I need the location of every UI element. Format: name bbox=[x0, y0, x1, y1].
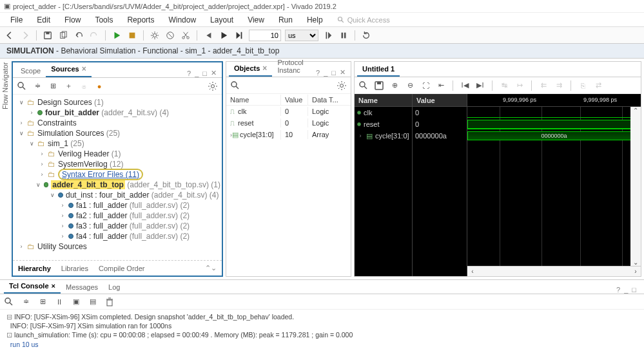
expand-icon[interactable]: ⊞ bbox=[48, 81, 58, 91]
pause-button[interactable] bbox=[338, 30, 349, 41]
wave-signal-cycle[interactable]: ›▤cycle[31:0] bbox=[355, 130, 412, 142]
close-icon[interactable]: × bbox=[82, 64, 86, 73]
expand-icon[interactable]: ⊞ bbox=[37, 297, 48, 307]
stop-button[interactable] bbox=[164, 30, 176, 41]
wave-hscroll[interactable]: ‹› bbox=[467, 266, 641, 276]
settings-toolbar-icon[interactable]: ⍟ bbox=[79, 81, 89, 91]
scroll-lock-icon[interactable]: ▤ bbox=[88, 297, 98, 307]
restart-button[interactable] bbox=[202, 30, 214, 41]
clear-icon[interactable]: ▣ bbox=[71, 297, 81, 307]
add-cursor-icon[interactable]: ↦ bbox=[514, 80, 525, 91]
search-icon[interactable] bbox=[230, 80, 240, 91]
tab-protocol[interactable]: Protocol Instanc bbox=[272, 56, 316, 77]
zoom-out-icon[interactable]: ⊖ bbox=[405, 80, 415, 91]
tree-systemverilog[interactable]: ›🗀SystemVerilog (12) bbox=[14, 159, 220, 169]
wave-signal-clk[interactable]: clk bbox=[355, 107, 412, 118]
tree-fa1[interactable]: ›fa1 : full_adder (full_adder.sv) (2) bbox=[14, 200, 220, 211]
gear-icon[interactable] bbox=[337, 80, 347, 91]
prev-edge-icon[interactable]: I◀ bbox=[460, 80, 470, 91]
run-time-unit-select[interactable]: us bbox=[285, 30, 318, 41]
console-content[interactable]: ⊟ INFO: [USF-XSim-96] XSim completed. De… bbox=[0, 310, 644, 356]
tree-design-sources[interactable]: ∨🗀Design Sources (1) bbox=[14, 97, 220, 108]
tree-fa2[interactable]: ›fa2 : full_adder (full_adder.sv) (2) bbox=[14, 211, 220, 221]
object-row[interactable]: ⎍reset0Logic bbox=[226, 117, 351, 129]
menu-edit[interactable]: Edit bbox=[30, 14, 57, 26]
tab-log[interactable]: Log bbox=[103, 281, 125, 294]
object-row[interactable]: ›▤cycle[31:0]10Array bbox=[226, 129, 351, 140]
tab-objects[interactable]: Objects× bbox=[229, 61, 272, 77]
run-for-dropdown[interactable] bbox=[233, 30, 245, 41]
settings-button[interactable] bbox=[149, 30, 161, 41]
close-icon[interactable]: × bbox=[262, 64, 267, 73]
menu-run[interactable]: Run bbox=[272, 14, 299, 26]
help-icon[interactable]: ? bbox=[616, 286, 620, 294]
tree-utility-sources[interactable]: ›🗀Utility Sources bbox=[14, 241, 220, 252]
quick-access-search[interactable]: Quick Access bbox=[337, 16, 640, 24]
run-synthesis-button[interactable] bbox=[111, 30, 122, 41]
back-button[interactable] bbox=[4, 30, 15, 41]
tree-simulation-sources[interactable]: ∨🗀Simulation Sources (25) bbox=[14, 128, 220, 138]
tab-scope[interactable]: Scope bbox=[15, 64, 46, 77]
wave-canvas[interactable]: 9,999,996 ps 9,999,998 ps 0000000a ⌃⌄ bbox=[467, 94, 641, 276]
goto-start-icon[interactable]: ⇤ bbox=[436, 80, 446, 91]
cut-button[interactable] bbox=[180, 30, 191, 41]
undo-button[interactable] bbox=[73, 30, 84, 41]
collapse-icon[interactable]: ≑ bbox=[32, 81, 43, 91]
save-button[interactable] bbox=[42, 30, 54, 41]
wave-vscroll[interactable]: ⌃⌄ bbox=[630, 107, 641, 266]
tree-verilog-header[interactable]: ›🗀Verilog Header (1) bbox=[14, 149, 220, 159]
run-time-input[interactable] bbox=[249, 30, 281, 41]
add-icon[interactable]: ＋ bbox=[63, 81, 73, 91]
gear-icon[interactable] bbox=[208, 81, 218, 91]
maximize-icon[interactable]: □ bbox=[632, 286, 636, 294]
tree-constraints[interactable]: ›🗀Constraints bbox=[14, 118, 220, 128]
menu-reports[interactable]: Reports bbox=[121, 14, 161, 26]
tree-four-bit-adder[interactable]: ›four_bit_adder (adder_4_bit.sv) (4) bbox=[14, 108, 220, 118]
toggle-icon[interactable]: ⇄ bbox=[593, 80, 603, 91]
tree-dut-inst[interactable]: ∨dut_inst : four_bit_adder (adder_4_bit.… bbox=[14, 190, 220, 200]
help-icon[interactable]: ? bbox=[187, 70, 191, 77]
tree-syntax-error-files[interactable]: ›🗀Syntax Error Files (11) bbox=[14, 169, 220, 180]
wave-signal-reset[interactable]: reset bbox=[355, 118, 412, 130]
next-edge-icon[interactable]: ▶I bbox=[475, 80, 485, 91]
close-icon[interactable]: × bbox=[52, 282, 55, 290]
maximize-icon[interactable]: □ bbox=[331, 69, 336, 77]
pause-icon[interactable]: II bbox=[54, 297, 64, 307]
tab-compile-order[interactable]: Compile Order bbox=[99, 265, 145, 272]
maximize-icon[interactable]: □ bbox=[202, 70, 207, 77]
minimize-icon[interactable]: _ bbox=[195, 70, 199, 77]
tree-tb-top[interactable]: ∨adder_4_bit_tb_top (adder_4_bit_tb_top.… bbox=[14, 180, 220, 190]
tree-fa4[interactable]: ›fa4 : full_adder (full_adder.sv) (2) bbox=[14, 231, 220, 241]
forward-button[interactable] bbox=[19, 30, 31, 41]
help-icon[interactable]: ? bbox=[316, 69, 320, 77]
delete-icon[interactable] bbox=[104, 297, 115, 307]
menu-view[interactable]: View bbox=[241, 14, 271, 26]
object-row[interactable]: ⎍clk0Logic bbox=[226, 106, 351, 117]
menu-help[interactable]: Help bbox=[300, 14, 329, 26]
menu-tools[interactable]: Tools bbox=[88, 14, 119, 26]
redo-button[interactable] bbox=[88, 30, 100, 41]
zoom-in-icon[interactable]: ⊕ bbox=[389, 80, 400, 91]
collapse-icon[interactable]: ≑ bbox=[21, 297, 31, 307]
run-impl-button[interactable] bbox=[126, 30, 138, 41]
menu-layout[interactable]: Layout bbox=[204, 14, 240, 26]
scroll-carets-icon[interactable]: ⌃⌄ bbox=[205, 264, 217, 272]
float-icon[interactable]: ⎘ bbox=[578, 80, 588, 91]
tree-sim-1[interactable]: ∨🗀sim_1 (25) bbox=[14, 138, 220, 149]
step-button[interactable] bbox=[322, 30, 334, 41]
tree-fa3[interactable]: ›fa3 : full_adder (full_adder.sv) (2) bbox=[14, 221, 220, 231]
minimize-icon[interactable]: _ bbox=[324, 69, 327, 77]
menu-flow[interactable]: Flow bbox=[58, 14, 87, 26]
tab-libraries[interactable]: Libraries bbox=[61, 265, 88, 272]
prev-transition-icon[interactable]: ⇇ bbox=[538, 80, 549, 91]
menu-file[interactable]: File bbox=[4, 14, 29, 26]
next-transition-icon[interactable]: ⇉ bbox=[554, 80, 564, 91]
run-all-button[interactable] bbox=[218, 30, 229, 41]
close-panel-icon[interactable]: ✕ bbox=[340, 68, 346, 77]
minimize-icon[interactable]: _ bbox=[624, 286, 628, 294]
copy-button[interactable] bbox=[57, 30, 69, 41]
tab-hierarchy[interactable]: Hierarchy bbox=[18, 265, 51, 272]
tab-untitled[interactable]: Untitled 1 bbox=[357, 62, 400, 77]
close-panel-icon[interactable]: ✕ bbox=[211, 69, 217, 77]
help-info-icon[interactable]: ● bbox=[94, 81, 104, 91]
